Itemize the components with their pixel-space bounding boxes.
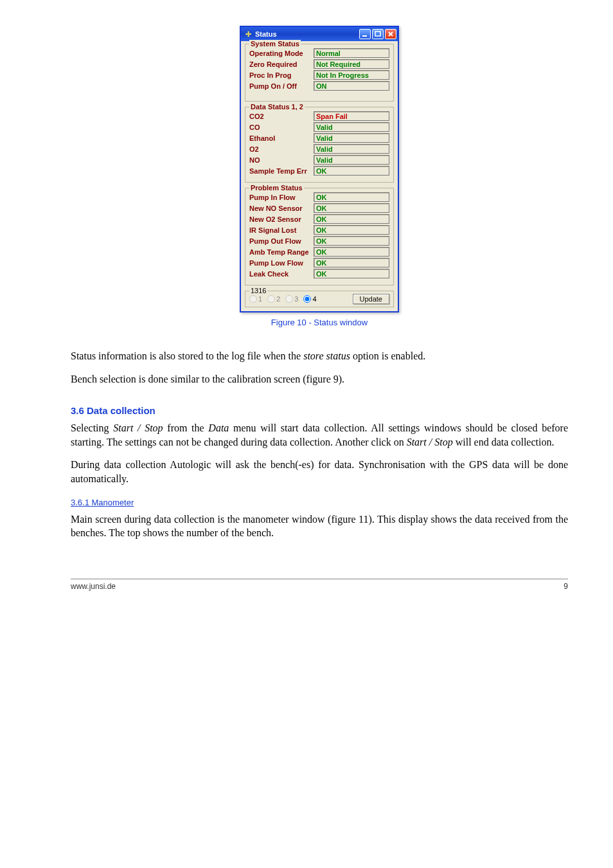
subsection-heading: 3.6.1 Manometer <box>71 498 568 507</box>
row-value: Span Fail <box>314 111 389 121</box>
section-heading: 3.6 Data collection <box>71 405 568 416</box>
row-label: Pump On / Off <box>249 82 314 90</box>
status-row: Zero Required Not Required <box>249 59 389 69</box>
minimize-button[interactable] <box>359 29 371 39</box>
row-label: NO <box>249 156 314 164</box>
row-label: Pump Out Flow <box>249 237 314 245</box>
status-row: Pump In Flow OK <box>249 192 389 202</box>
paragraph: Status information is also stored to the… <box>71 349 568 363</box>
row-value: OK <box>314 214 389 224</box>
page-footer: www.junsi.de 9 <box>71 579 568 591</box>
row-label: IR Signal Lost <box>249 226 314 234</box>
bench-radio-1[interactable]: 1 <box>249 295 262 303</box>
row-value: OK <box>314 269 389 278</box>
row-value: OK <box>314 203 389 213</box>
status-row: CO2 Span Fail <box>249 111 389 121</box>
status-window: ✢ Status System Status Operating Mode <box>240 26 399 312</box>
row-value: Valid <box>314 155 389 165</box>
status-row: Pump On / Off ON <box>249 81 389 91</box>
row-label: Pump In Flow <box>249 194 314 201</box>
row-value: OK <box>314 192 389 202</box>
status-row: Amb Temp Range OK <box>249 247 389 257</box>
row-label: Amb Temp Range <box>249 248 314 256</box>
row-value: OK <box>314 258 389 267</box>
row-value: Valid <box>314 133 389 143</box>
row-label: Ethanol <box>249 134 314 142</box>
paragraph: During data collection Autologic will as… <box>71 458 568 485</box>
footer-page-number: 9 <box>564 582 568 591</box>
row-label: New O2 Sensor <box>249 215 314 223</box>
window-titlebar[interactable]: ✢ Status <box>241 27 398 41</box>
row-label: CO2 <box>249 113 314 120</box>
bench-radio-3[interactable]: 3 <box>285 295 298 303</box>
row-value: ON <box>314 81 389 91</box>
status-row: Ethanol Valid <box>249 133 389 143</box>
group-legend: 1316 <box>249 287 267 294</box>
bench-radio-2[interactable]: 2 <box>267 295 280 303</box>
paragraph: Selecting Start / Stop from the Data men… <box>71 421 568 449</box>
row-label: Sample Temp Err <box>249 167 314 175</box>
status-row: New NO Sensor OK <box>249 203 389 213</box>
status-row: New O2 Sensor OK <box>249 214 389 224</box>
status-row: Pump Low Flow OK <box>249 258 389 267</box>
maximize-button[interactable] <box>372 29 384 39</box>
row-value: Normal <box>314 48 389 58</box>
status-row: Pump Out Flow OK <box>249 236 389 246</box>
row-value: OK <box>314 166 389 176</box>
row-label: O2 <box>249 145 314 153</box>
window-title: Status <box>255 30 277 38</box>
group-system-status: System Status Operating Mode Normal Zero… <box>245 44 394 102</box>
bench-radio-4[interactable]: 4 <box>303 295 316 303</box>
row-label: Pump Low Flow <box>249 259 314 267</box>
group-legend: Data Status 1, 2 <box>249 103 305 111</box>
figure-caption: Figure 10 - Status window <box>71 318 568 327</box>
close-button[interactable] <box>385 29 396 39</box>
group-legend: System Status <box>249 40 301 48</box>
row-value: OK <box>314 247 389 257</box>
status-row: CO Valid <box>249 122 389 132</box>
row-value: OK <box>314 225 389 235</box>
group-problem-status: Problem Status Pump In Flow OK New NO Se… <box>245 188 394 285</box>
row-value: Valid <box>314 144 389 154</box>
status-row: NO Valid <box>249 155 389 165</box>
status-row: Leak Check OK <box>249 269 389 278</box>
row-value: OK <box>314 236 389 246</box>
group-legend: Problem Status <box>249 184 304 192</box>
row-value: Not In Progress <box>314 70 389 80</box>
footer-left: www.junsi.de <box>71 582 116 591</box>
svg-rect-1 <box>375 32 380 36</box>
group-data-status: Data Status 1, 2 CO2 Span Fail CO Valid … <box>245 107 394 183</box>
window-client: System Status Operating Mode Normal Zero… <box>241 41 398 311</box>
row-label: Leak Check <box>249 270 314 278</box>
status-row: Proc In Prog Not In Progress <box>249 70 389 80</box>
svg-rect-0 <box>362 35 367 37</box>
paragraph: Main screen during data collection is th… <box>71 512 568 540</box>
status-row: O2 Valid <box>249 144 389 154</box>
row-label: CO <box>249 123 314 131</box>
status-row: Operating Mode Normal <box>249 48 389 58</box>
group-bench-selector: 1316 1 2 3 4 Update <box>245 291 394 307</box>
row-value: Valid <box>314 122 389 132</box>
row-label: Zero Required <box>249 60 314 68</box>
row-label: New NO Sensor <box>249 204 314 212</box>
row-label: Proc In Prog <box>249 71 314 79</box>
app-icon: ✢ <box>244 30 253 39</box>
row-label: Operating Mode <box>249 50 314 57</box>
row-value: Not Required <box>314 59 389 69</box>
update-button[interactable]: Update <box>353 294 389 304</box>
status-row: Sample Temp Err OK <box>249 166 389 176</box>
status-row: IR Signal Lost OK <box>249 225 389 235</box>
paragraph: Bench selection is done similar to the c… <box>71 372 568 386</box>
